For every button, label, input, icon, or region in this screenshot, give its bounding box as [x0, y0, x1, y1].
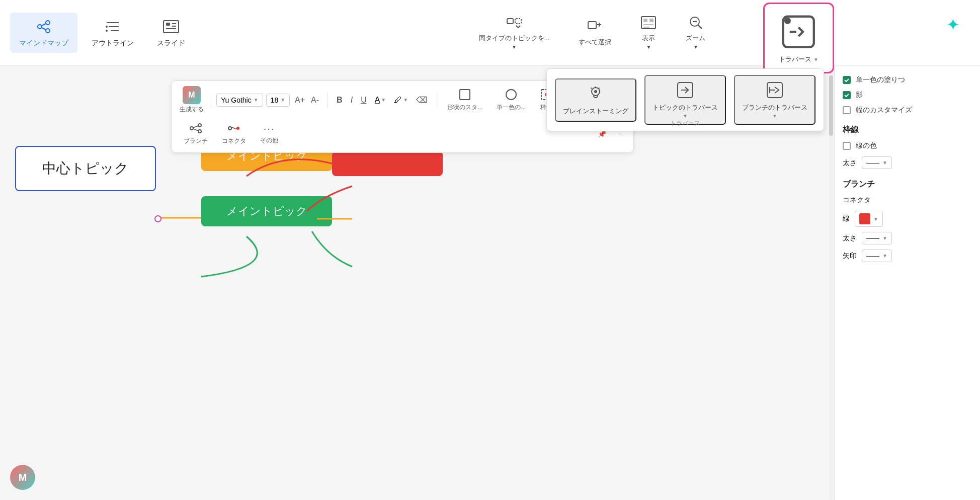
- connector-btn[interactable]: コネクタ: [218, 120, 250, 147]
- connector-icon: [227, 122, 240, 135]
- zoom-icon: [688, 15, 704, 31]
- mindmap-icon: [35, 18, 53, 36]
- traverse-section: トラバース ▼: [763, 3, 834, 73]
- width-customize-checkbox[interactable]: [843, 106, 851, 114]
- line-color-row2: 線 ▼: [843, 211, 972, 227]
- svg-point-0: [38, 25, 42, 29]
- mindmap-label: マインドマップ: [19, 39, 68, 48]
- svg-point-8: [106, 26, 108, 28]
- bold-btn[interactable]: B: [334, 94, 346, 107]
- center-topic-text: 中心トピック: [42, 159, 129, 178]
- line-color-selector[interactable]: ▼: [855, 211, 883, 227]
- main-topic-green[interactable]: メイントピック: [201, 196, 332, 226]
- font-controls: Yu Gothic ▼ 18 ▼ A+ A-: [216, 94, 321, 107]
- center-topic[interactable]: 中心トピック: [15, 146, 156, 191]
- sparkle-btn[interactable]: ✦: [946, 15, 960, 34]
- line-color-swatch: [859, 213, 870, 224]
- main-topic-2-text: メイントピック: [226, 204, 307, 219]
- svg-rect-17: [588, 22, 596, 29]
- more-icon: ···: [264, 123, 275, 134]
- font-size-buttons: A+ A-: [293, 95, 321, 106]
- topic-traverse-btn[interactable]: トピックのトラバース ▼: [644, 75, 726, 125]
- svg-line-43: [193, 129, 198, 131]
- text-color-dropdown[interactable]: A ▼: [372, 94, 389, 107]
- generate-label[interactable]: 生成する: [180, 105, 204, 114]
- select-same-type-btn[interactable]: 同タイプのトピックを... ▼: [472, 10, 557, 55]
- topic-traverse-label: トピックのトラバース ▼: [652, 103, 718, 119]
- select-same-type-label: 同タイプのトピックを... ▼: [479, 34, 550, 50]
- highlight-dropdown[interactable]: 🖊 ▼: [391, 94, 411, 107]
- format-logo: M: [183, 86, 201, 104]
- red-topic-bar[interactable]: [332, 151, 443, 176]
- branch-toolbar-label: ブランチ: [184, 137, 208, 145]
- branch-traverse-icon: [766, 81, 784, 99]
- branch-thickness-selector[interactable]: —— ▼: [862, 232, 892, 244]
- topic-traverse-icon: [676, 81, 694, 99]
- view-mode-buttons: マインドマップ アウトライン スライド: [10, 13, 194, 53]
- brainstorming-label: ブレインストーミング: [563, 107, 628, 116]
- bottom-logo[interactable]: M: [10, 465, 35, 490]
- text-color-icon: A: [375, 96, 380, 105]
- border-thickness-selector[interactable]: —— ▼: [862, 156, 892, 169]
- font-name-value: Yu Gothic: [221, 96, 252, 104]
- slide-view-btn[interactable]: スライド: [148, 13, 194, 53]
- divider-2: [327, 93, 328, 108]
- connector-label-row: コネクタ: [843, 196, 972, 205]
- line-color-checkbox[interactable]: [843, 142, 851, 150]
- view-icon: [640, 15, 657, 31]
- branch-traverse-btn[interactable]: ブランチのトラバース ▼: [734, 75, 815, 125]
- font-increase-btn[interactable]: A+: [293, 95, 307, 106]
- zoom-label: ズーム ▼: [686, 34, 705, 50]
- svg-point-27: [784, 18, 791, 24]
- top-toolbar: マインドマップ アウトライン スライド: [0, 0, 980, 65]
- svg-rect-16: [515, 19, 521, 24]
- scroll-thumb[interactable]: [829, 75, 833, 136]
- font-decrease-btn[interactable]: A-: [309, 95, 321, 106]
- scrollbar[interactable]: [829, 65, 833, 500]
- brainstorming-btn[interactable]: ブレインストーミング: [555, 78, 636, 122]
- svg-rect-20: [649, 19, 654, 22]
- shadow-row: 影: [843, 91, 972, 100]
- traverse-btn[interactable]: トラバース ▼: [771, 8, 827, 68]
- outline-view-btn[interactable]: アウトライン: [83, 13, 143, 53]
- italic-btn[interactable]: I: [348, 94, 356, 107]
- select-all-btn[interactable]: すべて選択: [571, 14, 618, 52]
- outline-label: アウトライン: [92, 39, 134, 48]
- view-label: 表示 ▼: [642, 34, 655, 50]
- solid-fill-checkbox[interactable]: [843, 76, 851, 84]
- width-customize-label: 幅のカスタマイズ: [856, 106, 912, 115]
- font-name-selector[interactable]: Yu Gothic ▼: [216, 94, 263, 107]
- slide-label: スライド: [157, 39, 185, 48]
- font-size-selector[interactable]: 18 ▼: [266, 94, 290, 107]
- branch-toolbar-btn[interactable]: ブランチ: [180, 120, 212, 147]
- svg-point-9: [106, 30, 108, 32]
- shape-label: 形状のスタ...: [447, 103, 482, 112]
- shape-btn[interactable]: 形状のスタ...: [443, 86, 486, 114]
- shadow-checkbox[interactable]: [843, 91, 851, 99]
- svg-point-39: [190, 127, 193, 130]
- branch-icon: [189, 122, 202, 135]
- fill-btn[interactable]: 単一色の...: [493, 86, 530, 114]
- svg-point-45: [236, 127, 239, 130]
- branch-thickness-row: 太さ —— ▼: [843, 232, 972, 244]
- arrow-selector[interactable]: —— ▼: [862, 249, 892, 262]
- underline-btn[interactable]: U: [358, 94, 370, 107]
- border-section: 枠線 線の色 太さ —— ▼: [843, 125, 972, 169]
- zoom-btn[interactable]: ズーム ▼: [679, 10, 712, 55]
- svg-point-2: [46, 29, 50, 33]
- shadow-label: 影: [856, 91, 863, 100]
- more-btn[interactable]: ··· その他: [256, 121, 282, 147]
- view-btn[interactable]: 表示 ▼: [633, 10, 664, 55]
- fill-label: 単一色の...: [497, 103, 526, 112]
- eraser-btn[interactable]: ⌫: [413, 93, 431, 107]
- select-same-type-icon: [506, 15, 522, 31]
- traverse-label: トラバース ▼: [779, 55, 819, 64]
- svg-rect-11: [166, 23, 170, 26]
- mindmap-view-btn[interactable]: マインドマップ: [10, 13, 77, 53]
- traverse-dropdown: ブレインストーミング トピックのトラバース ▼ ブランチのトラバース ▼ トラバ…: [546, 68, 824, 131]
- eraser-icon: ⌫: [416, 96, 428, 104]
- line-color-label: 線の色: [856, 141, 877, 150]
- branch-thickness-label: 太さ: [843, 234, 857, 243]
- connection-dot: [154, 215, 161, 222]
- svg-point-40: [198, 124, 201, 127]
